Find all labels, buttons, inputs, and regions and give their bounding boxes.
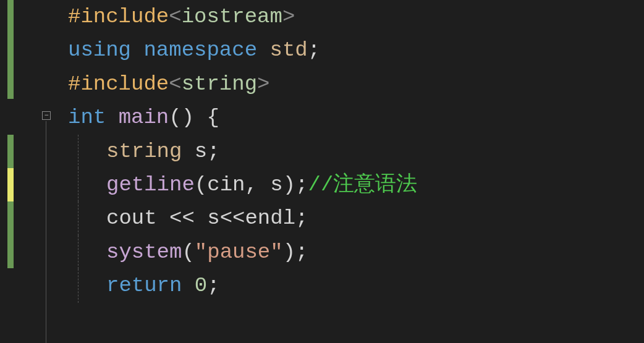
code-token: > <box>282 5 295 28</box>
code-token: main <box>119 106 169 129</box>
change-bar <box>7 168 14 201</box>
code-token: ) <box>283 173 295 197</box>
indent-guide <box>78 135 78 168</box>
code-token: > <box>257 72 269 96</box>
code-token: () <box>169 106 194 129</box>
code-editor[interactable]: − #include<iostream>using namespace std;… <box>0 0 644 343</box>
code-token <box>257 38 269 62</box>
code-token: cin <box>207 173 245 197</box>
code-token: < <box>169 72 181 96</box>
code-token: "pause" <box>195 240 283 264</box>
fold-guide-line <box>46 121 46 343</box>
code-token: int <box>68 106 106 129</box>
code-token: cout <box>106 206 157 230</box>
change-bar <box>7 0 14 99</box>
code-token: s <box>270 173 282 197</box>
code-token: std <box>269 38 307 62</box>
code-token: << <box>169 206 195 230</box>
code-line[interactable]: system("pause"); <box>68 235 644 269</box>
code-token: endl <box>245 206 295 230</box>
code-token: ; <box>295 206 308 230</box>
code-line[interactable]: string s; <box>68 135 644 168</box>
code-line[interactable]: int main() { <box>68 101 644 134</box>
code-token: << <box>220 206 245 230</box>
code-token <box>157 206 169 230</box>
fold-toggle-icon[interactable]: − <box>42 111 51 120</box>
code-token: < <box>169 5 181 28</box>
code-line[interactable]: #include<string> <box>68 67 644 101</box>
code-token: return <box>106 274 182 297</box>
code-token: ) <box>283 240 295 264</box>
code-line[interactable]: cout << s<<endl; <box>68 201 644 235</box>
code-token: ; <box>295 173 308 197</box>
code-token <box>106 106 118 129</box>
code-token: #include <box>68 5 169 28</box>
indent-guide <box>78 235 78 269</box>
code-token: namespace <box>143 38 257 62</box>
code-token <box>131 38 143 62</box>
code-token: getline <box>106 173 195 197</box>
code-token: s <box>195 140 207 163</box>
code-token: ( <box>182 240 194 264</box>
code-token: ; <box>308 38 320 62</box>
code-token: string <box>106 140 182 163</box>
code-token: , <box>245 173 270 197</box>
change-bar <box>7 135 14 168</box>
code-line[interactable]: getline(cin, s);//注意语法 <box>68 168 644 201</box>
code-token <box>182 274 194 297</box>
code-token: //注意语法 <box>308 173 417 197</box>
fold-minus-icon: − <box>44 112 48 119</box>
code-token: iostream <box>182 5 282 28</box>
code-line[interactable]: using namespace std; <box>68 33 644 67</box>
code-token: s <box>207 206 219 230</box>
editor-gutter: − <box>0 0 56 343</box>
code-token <box>194 106 206 129</box>
code-line[interactable]: return 0; <box>68 269 644 302</box>
code-token: ; <box>207 140 219 163</box>
code-token: ; <box>207 274 219 297</box>
indent-guide <box>78 201 78 235</box>
code-token: string <box>182 72 257 96</box>
code-token: system <box>106 240 182 264</box>
code-line[interactable]: #include<iostream> <box>68 0 644 33</box>
change-bar <box>7 201 14 268</box>
code-token <box>182 140 194 163</box>
code-token: ( <box>195 173 207 197</box>
code-token: #include <box>68 72 169 96</box>
code-token <box>195 206 207 230</box>
code-area[interactable]: #include<iostream>using namespace std;#i… <box>56 0 644 343</box>
indent-guide <box>78 269 78 302</box>
code-token: ; <box>295 240 308 264</box>
code-token: { <box>206 106 219 129</box>
indent-guide <box>78 168 78 201</box>
code-token: using <box>68 38 131 62</box>
code-token: 0 <box>195 274 207 297</box>
